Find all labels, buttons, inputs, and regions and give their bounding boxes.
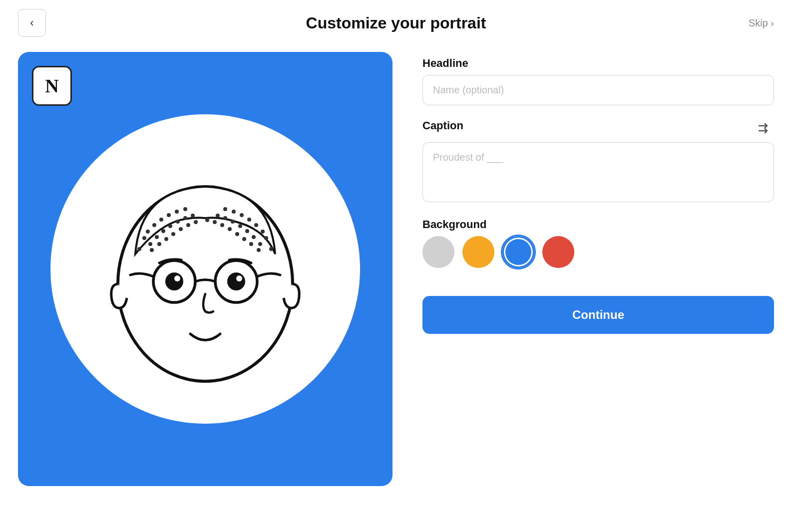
main-content: N (0, 42, 792, 532)
svg-point-21 (186, 223, 190, 227)
caption-header: Caption (422, 119, 774, 137)
svg-point-20 (179, 227, 183, 231)
svg-point-14 (191, 214, 195, 218)
caption-label: Caption (422, 119, 463, 132)
svg-point-48 (165, 272, 183, 290)
svg-point-38 (257, 248, 261, 252)
background-label: Background (422, 218, 774, 231)
portrait-illustration (85, 139, 325, 399)
svg-point-45 (205, 218, 209, 222)
svg-point-34 (231, 220, 235, 224)
svg-point-17 (157, 242, 161, 246)
header: ‹ Customize your portrait Skip › (0, 0, 792, 42)
svg-point-41 (235, 232, 239, 236)
right-panel: Headline Caption Background (422, 52, 774, 334)
svg-point-1 (146, 230, 150, 234)
svg-point-26 (240, 213, 244, 217)
headline-field-section: Headline (422, 57, 774, 105)
svg-point-40 (242, 237, 246, 241)
swatch-yellow[interactable] (462, 236, 494, 268)
svg-point-44 (213, 220, 217, 224)
svg-point-8 (148, 242, 152, 246)
svg-point-18 (164, 237, 168, 241)
svg-point-37 (269, 247, 273, 251)
notion-logo: N (32, 66, 72, 106)
svg-point-32 (245, 229, 249, 233)
page-title: Customize your portrait (306, 14, 486, 32)
svg-point-23 (261, 230, 265, 234)
svg-point-7 (142, 236, 146, 240)
svg-point-31 (252, 235, 256, 239)
skip-button[interactable]: Skip › (749, 17, 774, 29)
svg-point-27 (232, 210, 236, 214)
svg-point-49 (174, 275, 180, 281)
svg-point-33 (238, 224, 242, 228)
svg-point-12 (176, 220, 180, 224)
svg-point-2 (152, 223, 156, 227)
shuffle-icon[interactable] (756, 119, 774, 137)
svg-point-11 (168, 224, 172, 228)
svg-point-22 (194, 220, 198, 224)
svg-point-9 (155, 235, 159, 239)
svg-point-6 (183, 207, 187, 211)
swatch-red[interactable] (542, 236, 574, 268)
svg-point-13 (183, 216, 187, 220)
back-button[interactable]: ‹ (18, 9, 46, 37)
svg-point-4 (167, 213, 171, 217)
swatch-blue[interactable] (502, 236, 534, 268)
headline-input[interactable] (422, 75, 774, 105)
svg-point-51 (236, 275, 242, 281)
svg-point-30 (258, 242, 262, 246)
caption-field-section: Caption (422, 119, 774, 204)
svg-point-28 (223, 207, 227, 211)
background-section: Background (422, 218, 774, 268)
svg-point-39 (249, 242, 253, 246)
svg-point-3 (159, 218, 163, 222)
svg-point-15 (137, 247, 141, 251)
caption-input[interactable] (422, 142, 774, 202)
svg-point-19 (171, 232, 175, 236)
headline-label: Headline (422, 57, 774, 70)
svg-point-35 (223, 216, 227, 220)
svg-point-29 (264, 236, 268, 240)
portrait-circle (50, 114, 360, 424)
svg-point-5 (175, 210, 179, 214)
svg-point-43 (220, 223, 224, 227)
svg-point-24 (254, 223, 258, 227)
svg-point-42 (228, 227, 232, 231)
back-icon: ‹ (30, 16, 33, 29)
portrait-card: N (18, 52, 393, 486)
svg-point-50 (227, 272, 245, 290)
svg-point-16 (150, 248, 154, 252)
svg-point-10 (161, 229, 165, 233)
continue-button[interactable]: Continue (422, 296, 774, 334)
svg-point-36 (216, 214, 220, 218)
color-swatches (422, 236, 774, 268)
svg-point-25 (247, 218, 251, 222)
swatch-gray[interactable] (422, 236, 454, 268)
